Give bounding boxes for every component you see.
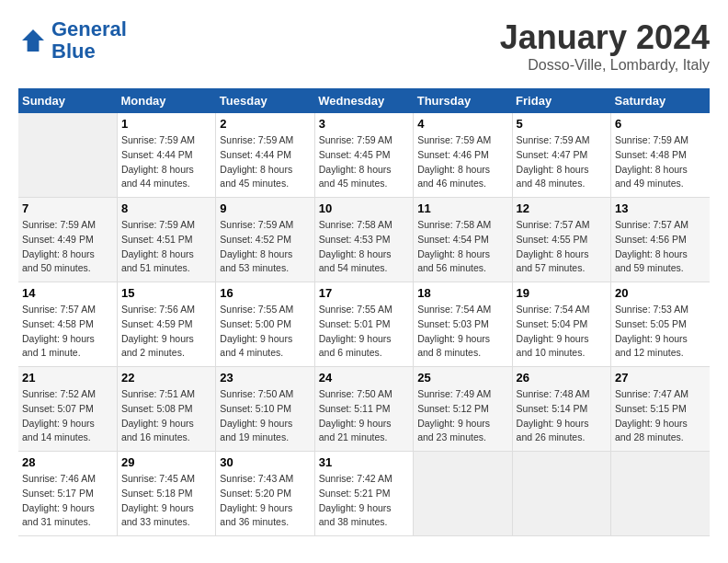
day-info: Sunrise: 7:52 AMSunset: 5:07 PMDaylight:…	[22, 387, 113, 445]
day-info: Sunrise: 7:47 AMSunset: 5:15 PMDaylight:…	[615, 387, 706, 445]
day-info: Sunrise: 7:59 AMSunset: 4:51 PMDaylight:…	[121, 218, 211, 276]
week-row-3: 14Sunrise: 7:57 AMSunset: 4:58 PMDayligh…	[18, 282, 710, 367]
day-info: Sunrise: 7:51 AMSunset: 5:08 PMDaylight:…	[121, 387, 211, 445]
day-info: Sunrise: 7:54 AMSunset: 5:04 PMDaylight:…	[517, 303, 607, 361]
day-info: Sunrise: 7:59 AMSunset: 4:44 PMDaylight:…	[121, 133, 211, 191]
day-info: Sunrise: 7:59 AMSunset: 4:52 PMDaylight:…	[220, 218, 310, 276]
calendar-cell: 17Sunrise: 7:55 AMSunset: 5:01 PMDayligh…	[314, 282, 413, 367]
day-info: Sunrise: 7:45 AMSunset: 5:18 PMDaylight:…	[121, 472, 211, 530]
day-number: 11	[417, 201, 507, 215]
calendar-cell: 8Sunrise: 7:59 AMSunset: 4:51 PMDaylight…	[117, 198, 215, 282]
week-row-5: 28Sunrise: 7:46 AMSunset: 5:17 PMDayligh…	[18, 452, 710, 536]
day-number: 20	[615, 286, 706, 300]
day-info: Sunrise: 7:50 AMSunset: 5:11 PMDaylight:…	[319, 387, 409, 445]
calendar-cell	[611, 452, 710, 536]
day-number: 12	[517, 201, 607, 215]
day-number: 27	[615, 371, 706, 385]
calendar-cell: 3Sunrise: 7:59 AMSunset: 4:45 PMDaylight…	[314, 113, 413, 198]
day-number: 17	[319, 286, 409, 300]
day-number: 7	[22, 201, 113, 215]
calendar-cell: 16Sunrise: 7:55 AMSunset: 5:00 PMDayligh…	[216, 282, 314, 367]
day-info: Sunrise: 7:59 AMSunset: 4:45 PMDaylight:…	[319, 133, 409, 191]
day-number: 8	[121, 201, 211, 215]
day-info: Sunrise: 7:50 AMSunset: 5:10 PMDaylight:…	[220, 387, 310, 445]
calendar-cell: 21Sunrise: 7:52 AMSunset: 5:07 PMDayligh…	[18, 367, 117, 452]
logo-line2: Blue	[51, 40, 96, 63]
calendar-cell	[414, 452, 512, 536]
week-row-1: 1Sunrise: 7:59 AMSunset: 4:44 PMDaylight…	[18, 113, 710, 198]
logo: General Blue	[18, 18, 127, 63]
day-info: Sunrise: 7:59 AMSunset: 4:47 PMDaylight:…	[517, 133, 607, 191]
day-number: 22	[121, 371, 211, 385]
page-header: General Blue January 2024 Dosso-Ville, L…	[18, 18, 710, 74]
day-number: 26	[517, 371, 607, 385]
calendar-body: 1Sunrise: 7:59 AMSunset: 4:44 PMDaylight…	[18, 113, 710, 536]
day-info: Sunrise: 7:54 AMSunset: 5:03 PMDaylight:…	[417, 303, 507, 361]
svg-marker-1	[22, 29, 44, 52]
day-info: Sunrise: 7:42 AMSunset: 5:21 PMDaylight:…	[319, 472, 409, 530]
day-number: 13	[615, 201, 706, 215]
calendar-cell: 6Sunrise: 7:59 AMSunset: 4:48 PMDaylight…	[611, 113, 710, 198]
day-number: 3	[319, 117, 409, 131]
calendar-table: SundayMondayTuesdayWednesdayThursdayFrid…	[18, 88, 710, 536]
day-number: 1	[121, 117, 211, 131]
calendar-cell: 29Sunrise: 7:45 AMSunset: 5:18 PMDayligh…	[117, 452, 215, 536]
calendar-cell: 13Sunrise: 7:57 AMSunset: 4:56 PMDayligh…	[611, 198, 710, 282]
day-number: 23	[220, 371, 310, 385]
day-info: Sunrise: 7:59 AMSunset: 4:48 PMDaylight:…	[615, 133, 706, 191]
calendar-cell: 26Sunrise: 7:48 AMSunset: 5:14 PMDayligh…	[512, 367, 610, 452]
day-number: 24	[319, 371, 409, 385]
logo-text: General Blue	[51, 18, 127, 63]
day-info: Sunrise: 7:57 AMSunset: 4:55 PMDaylight:…	[517, 218, 607, 276]
logo-icon	[18, 26, 48, 55]
calendar-cell: 1Sunrise: 7:59 AMSunset: 4:44 PMDaylight…	[117, 113, 215, 198]
day-info: Sunrise: 7:57 AMSunset: 4:58 PMDaylight:…	[22, 303, 113, 361]
day-number: 2	[220, 117, 310, 131]
calendar-header-sunday: Sunday	[18, 88, 117, 113]
calendar-cell: 4Sunrise: 7:59 AMSunset: 4:46 PMDaylight…	[414, 113, 512, 198]
calendar-cell: 25Sunrise: 7:49 AMSunset: 5:12 PMDayligh…	[414, 367, 512, 452]
day-number: 15	[121, 286, 211, 300]
day-number: 4	[417, 117, 507, 131]
day-info: Sunrise: 7:59 AMSunset: 4:49 PMDaylight:…	[22, 218, 113, 276]
calendar-cell: 28Sunrise: 7:46 AMSunset: 5:17 PMDayligh…	[18, 452, 117, 536]
day-number: 16	[220, 286, 310, 300]
calendar-cell: 20Sunrise: 7:53 AMSunset: 5:05 PMDayligh…	[611, 282, 710, 367]
calendar-cell	[18, 113, 117, 198]
day-info: Sunrise: 7:49 AMSunset: 5:12 PMDaylight:…	[417, 387, 507, 445]
day-number: 19	[517, 286, 607, 300]
calendar-header-wednesday: Wednesday	[314, 88, 413, 113]
month-title: January 2024	[500, 18, 710, 57]
week-row-2: 7Sunrise: 7:59 AMSunset: 4:49 PMDaylight…	[18, 198, 710, 282]
day-number: 18	[417, 286, 507, 300]
title-block: January 2024 Dosso-Ville, Lombardy, Ital…	[500, 18, 710, 74]
day-info: Sunrise: 7:53 AMSunset: 5:05 PMDaylight:…	[615, 303, 706, 361]
calendar-header-saturday: Saturday	[611, 88, 710, 113]
calendar-cell: 10Sunrise: 7:58 AMSunset: 4:53 PMDayligh…	[314, 198, 413, 282]
day-info: Sunrise: 7:48 AMSunset: 5:14 PMDaylight:…	[517, 387, 607, 445]
calendar-cell: 5Sunrise: 7:59 AMSunset: 4:47 PMDaylight…	[512, 113, 610, 198]
day-info: Sunrise: 7:59 AMSunset: 4:44 PMDaylight:…	[220, 133, 310, 191]
day-number: 21	[22, 371, 113, 385]
day-number: 5	[517, 117, 607, 131]
calendar-cell: 19Sunrise: 7:54 AMSunset: 5:04 PMDayligh…	[512, 282, 610, 367]
calendar-cell: 7Sunrise: 7:59 AMSunset: 4:49 PMDaylight…	[18, 198, 117, 282]
calendar-cell: 11Sunrise: 7:58 AMSunset: 4:54 PMDayligh…	[414, 198, 512, 282]
day-info: Sunrise: 7:55 AMSunset: 5:01 PMDaylight:…	[319, 303, 409, 361]
week-row-4: 21Sunrise: 7:52 AMSunset: 5:07 PMDayligh…	[18, 367, 710, 452]
calendar-cell: 14Sunrise: 7:57 AMSunset: 4:58 PMDayligh…	[18, 282, 117, 367]
day-number: 28	[22, 455, 113, 469]
day-number: 29	[121, 455, 211, 469]
day-number: 31	[319, 455, 409, 469]
day-number: 25	[417, 371, 507, 385]
calendar-cell: 22Sunrise: 7:51 AMSunset: 5:08 PMDayligh…	[117, 367, 215, 452]
calendar-cell: 18Sunrise: 7:54 AMSunset: 5:03 PMDayligh…	[414, 282, 512, 367]
day-number: 14	[22, 286, 113, 300]
day-number: 10	[319, 201, 409, 215]
calendar-cell: 27Sunrise: 7:47 AMSunset: 5:15 PMDayligh…	[611, 367, 710, 452]
calendar-cell: 9Sunrise: 7:59 AMSunset: 4:52 PMDaylight…	[216, 198, 314, 282]
calendar-cell: 23Sunrise: 7:50 AMSunset: 5:10 PMDayligh…	[216, 367, 314, 452]
day-number: 30	[220, 455, 310, 469]
calendar-header-tuesday: Tuesday	[216, 88, 314, 113]
calendar-header-row: SundayMondayTuesdayWednesdayThursdayFrid…	[18, 88, 710, 113]
